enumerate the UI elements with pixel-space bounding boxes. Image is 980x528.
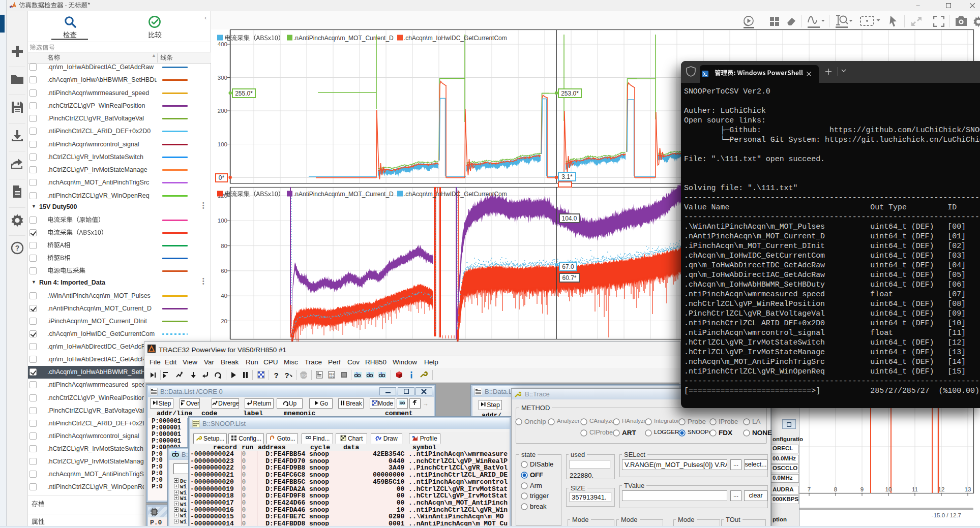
svg-text:104.0: 104.0 xyxy=(561,215,577,222)
svg-text:9: 9 xyxy=(860,486,864,492)
svg-text:400: 400 xyxy=(218,41,227,47)
svg-text:.chAcqn\m_IoHwIDC_GetCurrentCo: .chAcqn\m_IoHwIDC_GetCurrentCom xyxy=(404,191,507,198)
svg-text:255.0*: 255.0* xyxy=(235,90,253,97)
svg-text:7: 7 xyxy=(808,486,811,492)
svg-text:253.0*: 253.0* xyxy=(561,90,579,97)
svg-text:60.7*: 60.7* xyxy=(562,274,576,282)
svg-text:0*: 0* xyxy=(219,174,225,181)
svg-text:-15.0 / 12.7: -15.0 / 12.7 xyxy=(932,512,961,518)
svg-text:300: 300 xyxy=(218,75,227,81)
svg-text:100: 100 xyxy=(218,141,227,147)
svg-text:?: ? xyxy=(15,244,20,252)
svg-text:101: 101 xyxy=(329,375,335,379)
svg-text:.nAntiPinchAcqn\m_MOT_Current_: .nAntiPinchAcqn\m_MOT_Current_D xyxy=(293,191,394,198)
svg-text:3.1*: 3.1* xyxy=(561,173,573,180)
svg-text:8: 8 xyxy=(834,486,837,492)
svg-text:40: 40 xyxy=(221,293,227,299)
svg-text:20: 20 xyxy=(221,318,227,324)
svg-text:?: ? xyxy=(274,371,278,380)
svg-text:13: 13 xyxy=(965,486,971,492)
svg-text:.nAntiPinchAcqn\m_MOT_Current_: .nAntiPinchAcqn\m_MOT_Current_D xyxy=(293,35,394,42)
svg-text:200: 200 xyxy=(218,108,227,114)
svg-text:80: 80 xyxy=(221,243,227,249)
svg-text:?: ? xyxy=(284,371,289,380)
svg-text:100: 100 xyxy=(218,218,227,224)
svg-text:60: 60 xyxy=(221,268,227,274)
svg-text:12: 12 xyxy=(938,486,945,492)
svg-text:67.0: 67.0 xyxy=(562,263,574,270)
svg-text:10: 10 xyxy=(885,486,892,492)
svg-text:STOP: STOP xyxy=(300,374,308,377)
svg-text:.chAcqn\m_IoHwIDC_GetCurrentCo: .chAcqn\m_IoHwIDC_GetCurrentCom xyxy=(404,35,507,42)
svg-text:11: 11 xyxy=(912,486,918,492)
